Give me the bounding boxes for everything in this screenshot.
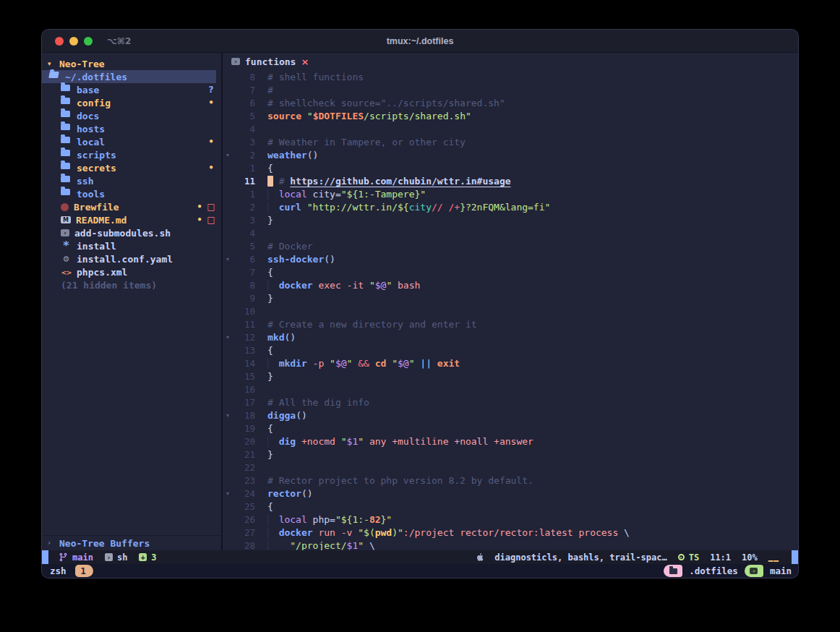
code-line[interactable]: 8# shell functions bbox=[223, 70, 798, 83]
code-line[interactable]: 5source "$DOTFILES/scripts/shared.sh" bbox=[223, 109, 798, 122]
fold-chevron-icon[interactable]: ▾ bbox=[223, 152, 233, 158]
tree-item-config[interactable]: config• bbox=[42, 96, 221, 109]
code-line[interactable]: 16 bbox=[223, 383, 798, 396]
tree-item-brewfile[interactable]: Brewfile•□ bbox=[42, 200, 221, 213]
code-text: } bbox=[267, 215, 273, 226]
code-line[interactable]: 13{ bbox=[223, 343, 798, 356]
fold-chevron-icon[interactable]: ▾ bbox=[223, 334, 233, 341]
winbar: › functions × bbox=[223, 53, 798, 70]
tree-item-base[interactable]: base? bbox=[42, 83, 221, 96]
code-line[interactable]: 26 local php="${1:-82}" bbox=[223, 513, 798, 526]
terminal-icon: › bbox=[750, 568, 758, 574]
code-line[interactable]: 17# All the dig info bbox=[223, 396, 798, 409]
fold-chevron-icon[interactable]: ▾ bbox=[223, 490, 233, 497]
tree-item-phpcs.xml[interactable]: <>phpcs.xml bbox=[42, 265, 221, 278]
code-line[interactable]: 22 bbox=[223, 461, 798, 474]
tree-item-secrets[interactable]: secrets• bbox=[42, 161, 221, 174]
code-line[interactable]: ▾6ssh-docker() bbox=[223, 252, 798, 265]
code-line[interactable]: 25{ bbox=[223, 500, 798, 513]
git-badge: › bbox=[745, 565, 763, 577]
code-text: docker exec -it "$@" bash bbox=[267, 280, 420, 291]
code-text: # bbox=[267, 85, 273, 95]
titlebar[interactable]: ⌥⌘2 tmux:~/.dotfiles bbox=[42, 30, 798, 53]
code-line[interactable]: 7# bbox=[223, 83, 798, 96]
code-line[interactable]: 6# shellcheck source="../scripts/shared.… bbox=[223, 96, 798, 109]
tree-item-readme.md[interactable]: MREADME.md•□ bbox=[42, 213, 221, 226]
code-line[interactable]: 4 bbox=[223, 122, 798, 135]
code-line[interactable]: ▾18digga() bbox=[223, 409, 798, 422]
code-line[interactable]: 11# Create a new directory and enter it bbox=[223, 317, 798, 330]
lsp-clients-label: diagnosticls, bashls, trail-spac… bbox=[494, 552, 667, 563]
code-text: curl "http://wttr.in/${city// /+}?2nFQM&… bbox=[267, 202, 550, 213]
tree-item-install[interactable]: *install bbox=[42, 239, 221, 252]
tree-item-label: phpcs.xml bbox=[77, 267, 127, 278]
tree-item-scripts[interactable]: scripts bbox=[42, 148, 221, 161]
buffer-tab-label[interactable]: functions bbox=[245, 56, 296, 67]
tree-item-install.conf.yaml[interactable]: ⚙install.conf.yaml bbox=[42, 252, 221, 265]
code-line[interactable]: 9} bbox=[223, 291, 798, 304]
code-buffer[interactable]: 8# shell functions7#6# shellcheck source… bbox=[223, 70, 798, 550]
code-line[interactable]: 23# Rector project to php version 8.2 by… bbox=[223, 474, 798, 487]
tmux-status-bar: zsh 1 .dotfiles › main bbox=[42, 564, 798, 578]
editor-pane: › functions × 8# shell functions7#6# she… bbox=[223, 53, 798, 550]
code-text: # shellcheck source="../scripts/shared.s… bbox=[267, 98, 505, 108]
code-line[interactable]: ▾24rector() bbox=[223, 487, 798, 500]
tree-item-local[interactable]: local• bbox=[42, 135, 221, 148]
tree-item-hosts[interactable]: hosts bbox=[42, 122, 221, 135]
code-line[interactable]: 2 curl "http://wttr.in/${city// /+}?2nFQ… bbox=[223, 200, 798, 213]
tree-item-~-.dotfiles[interactable]: ~/.dotfiles bbox=[42, 70, 216, 83]
star-icon: * bbox=[61, 242, 72, 250]
code-line[interactable]: 19{ bbox=[223, 422, 798, 435]
code-line[interactable]: 10 bbox=[223, 304, 798, 317]
cursor-position: 11:1 bbox=[710, 552, 731, 563]
code-line[interactable]: 8 docker exec -it "$@" bash bbox=[223, 278, 798, 291]
modified-dot-badge: • bbox=[194, 202, 205, 212]
code-line[interactable]: 1 local city="${1:-Tampere}" bbox=[223, 187, 798, 200]
line-number: 6 bbox=[233, 254, 255, 265]
tree-item-tools[interactable]: tools bbox=[42, 187, 221, 200]
tree-item-ssh[interactable]: ssh bbox=[42, 174, 221, 187]
code-line[interactable]: ▾2weather() bbox=[223, 148, 798, 161]
fold-chevron-icon[interactable]: ▾ bbox=[223, 412, 233, 419]
code-line[interactable]: ▾12mkd() bbox=[223, 330, 798, 343]
fold-chevron-icon[interactable]: ▾ bbox=[223, 256, 233, 262]
code-text: rector() bbox=[267, 488, 313, 499]
tmux-branch-label: main bbox=[770, 565, 792, 576]
tree-item--21-hidden-items-[interactable]: (21 hidden items) bbox=[42, 278, 221, 291]
code-line[interactable]: 15} bbox=[223, 370, 798, 383]
tmux-window-index-badge[interactable]: 1 bbox=[75, 565, 93, 577]
line-number: 15 bbox=[233, 371, 255, 382]
code-text: } bbox=[267, 449, 273, 460]
code-line[interactable]: 21} bbox=[223, 448, 798, 461]
code-line[interactable]: 3} bbox=[223, 213, 798, 226]
terminal-window: ⌥⌘2 tmux:~/.dotfiles ▾ Neo-Tree ~/.dotfi… bbox=[41, 29, 799, 578]
line-number: 3 bbox=[233, 137, 255, 148]
code-line[interactable]: 3# Weather in Tampere, or other city bbox=[223, 135, 798, 148]
code-line[interactable]: 27 docker run -v "$(pwd)":/project recto… bbox=[223, 526, 798, 539]
code-text: # All the dig info bbox=[267, 397, 369, 408]
line-number: 3 bbox=[233, 215, 255, 226]
code-text: { bbox=[267, 345, 273, 356]
code-line[interactable]: 7{ bbox=[223, 265, 798, 278]
close-buffer-icon[interactable]: × bbox=[301, 56, 309, 67]
modified-dot-badge: • bbox=[205, 137, 217, 147]
code-line[interactable]: 28 "/project/$1" \ bbox=[223, 539, 798, 550]
untracked-badge: ? bbox=[205, 85, 217, 95]
code-line[interactable]: 14 mkdir -p "$@" && cd "$@" || exit bbox=[223, 356, 798, 370]
scroll-progress: 10% bbox=[742, 552, 758, 563]
neo-tree-buffers-section[interactable]: › Neo-Tree Buffers bbox=[42, 535, 221, 550]
line-number: 8 bbox=[233, 280, 255, 291]
code-line[interactable]: 20 dig +nocmd "$1" any +multiline +noall… bbox=[223, 435, 798, 448]
tree-item-docs[interactable]: docs bbox=[42, 109, 221, 122]
tree-item-label: docs bbox=[77, 111, 99, 121]
buffers-header-label: Neo-Tree Buffers bbox=[59, 538, 150, 549]
git-branch-icon bbox=[59, 552, 68, 562]
code-line[interactable]: 1{ bbox=[223, 161, 798, 174]
code-line[interactable]: 11 # https://github.com/chubin/wttr.in#u… bbox=[223, 174, 798, 187]
code-line[interactable]: 5# Docker bbox=[223, 239, 798, 252]
code-text: { bbox=[267, 423, 273, 434]
treesitter-label: TS bbox=[689, 552, 699, 563]
git-diff-segment: + 3 bbox=[139, 552, 156, 563]
tree-item-add-submodules.sh[interactable]: ›add-submodules.sh bbox=[42, 226, 221, 239]
code-line[interactable]: 4 bbox=[223, 226, 798, 239]
